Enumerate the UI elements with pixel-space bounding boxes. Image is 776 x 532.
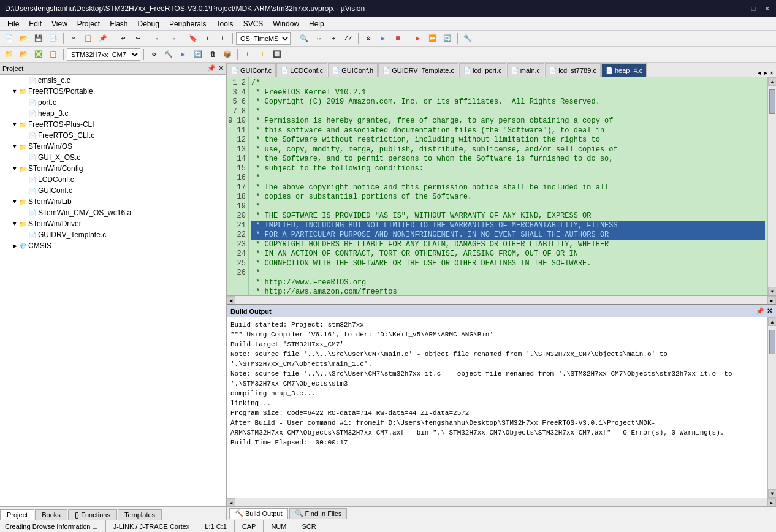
tb-replace[interactable]: ↔ xyxy=(312,32,325,45)
target-combo[interactable]: STM32H7xx_CM7 xyxy=(67,48,140,61)
tb-open-proj[interactable]: 📂 xyxy=(17,48,31,61)
menu-flash[interactable]: Flash xyxy=(105,18,132,29)
tree-toggle[interactable]: ▶ xyxy=(11,242,18,249)
tree-item-stemwin-os[interactable]: ▼ 📁 STemWin/OS xyxy=(0,141,226,152)
hscroll-right[interactable]: ▶ xyxy=(767,296,776,304)
tree-item-port-c[interactable]: 📄 port.c xyxy=(0,97,226,108)
menu-file[interactable]: File xyxy=(2,18,24,29)
scroll-thumb[interactable] xyxy=(769,89,775,114)
project-close-icon[interactable]: ✕ xyxy=(218,64,224,72)
close-button[interactable]: ✕ xyxy=(763,4,771,13)
tb-rebuild[interactable]: ⏹ xyxy=(391,32,405,45)
menu-debug[interactable]: Debug xyxy=(133,18,164,29)
editor-hscroll[interactable]: ◀ ▶ xyxy=(227,295,776,304)
out-tab-build[interactable]: 🔨 Build Output xyxy=(229,508,288,519)
tree-toggle[interactable]: ▼ xyxy=(11,88,18,95)
tb-build2[interactable]: ▶ xyxy=(177,48,190,61)
tree-item-gui-x-os[interactable]: 📄 GUI_X_OS.c xyxy=(0,152,226,163)
menu-help[interactable]: Help xyxy=(304,18,329,29)
tb-cut[interactable]: ✂ xyxy=(67,32,80,45)
tb-back[interactable]: ← xyxy=(151,32,165,45)
tree-item-freertos-plus-cli[interactable]: ▼ 📁 FreeRTOS-Plus-CLI xyxy=(0,119,226,130)
project-pin-icon[interactable]: 📌 xyxy=(207,64,216,72)
build-output-close[interactable]: ✕ xyxy=(767,307,772,315)
tb-copy[interactable]: 📋 xyxy=(82,32,95,45)
tb-target-options[interactable]: ⚙ xyxy=(362,32,375,45)
tb-indent[interactable]: ⇥ xyxy=(327,32,340,45)
tab-lcd-st7789[interactable]: 📄 lcd_st7789.c xyxy=(545,63,601,77)
tree-toggle[interactable] xyxy=(21,77,28,84)
tab-books[interactable]: Books xyxy=(35,509,67,520)
editor-vscroll[interactable]: ▲ ▼ xyxy=(767,77,776,295)
tab-scroll-left[interactable]: ◀ xyxy=(758,69,761,77)
tree-item-freertos-portable[interactable]: ▼ 📁 FreeRTOS/Portable xyxy=(0,86,226,97)
tb-erase[interactable]: 🔲 xyxy=(270,48,284,61)
tb-manage[interactable]: 📋 xyxy=(47,48,60,61)
menu-edit[interactable]: Edit xyxy=(24,18,47,29)
tb-build[interactable]: ▶ xyxy=(376,32,390,45)
tree-item-stemwin-wc16[interactable]: 📄 STemWin_CM7_OS_wc16.a xyxy=(0,207,226,218)
tree-toggle[interactable] xyxy=(21,209,28,216)
tab-lcdconf-c[interactable]: 📄 LCDConf.c xyxy=(276,63,327,77)
tree-toggle[interactable] xyxy=(21,176,28,183)
tb-prevbookmark[interactable]: ⬆ xyxy=(201,32,215,45)
scroll-up[interactable]: ▲ xyxy=(768,77,776,86)
tb-redo[interactable]: ↪ xyxy=(131,32,145,45)
tree-toggle[interactable] xyxy=(21,187,28,194)
tree-toggle[interactable] xyxy=(21,231,28,238)
tb-new[interactable]: 📄 xyxy=(2,32,16,45)
tb-debug-step[interactable]: ⏩ xyxy=(426,32,439,45)
tb-comp-btn[interactable]: 🔨 xyxy=(162,48,175,61)
tree-item-lcdconf[interactable]: 📄 LCDConf.c xyxy=(0,174,226,185)
tb-bookmark[interactable]: 🔖 xyxy=(186,32,200,45)
out-tab-find[interactable]: 🔍 Find In Files xyxy=(289,508,348,519)
tb-close-proj[interactable]: ❎ xyxy=(32,48,45,61)
tree-item-stemwin-lib[interactable]: ▼ 📁 STemWin/Lib xyxy=(0,196,226,207)
tree-item-stemwin-config[interactable]: ▼ 📁 STemWin/Config xyxy=(0,163,226,174)
tree-toggle[interactable] xyxy=(21,110,28,117)
menu-window[interactable]: Window xyxy=(268,18,304,29)
scroll-down-build[interactable]: ▼ xyxy=(768,489,776,498)
tb-saveall[interactable]: 📑 xyxy=(47,32,60,45)
tree-toggle[interactable] xyxy=(21,99,28,106)
build-hscroll-right[interactable]: ▶ xyxy=(767,498,776,507)
tab-lcd-port[interactable]: 📄 lcd_port.c xyxy=(459,63,506,77)
hscroll-left[interactable]: ◀ xyxy=(227,296,235,304)
tree-toggle[interactable]: ▼ xyxy=(11,165,18,172)
tb-target-settings[interactable]: ⚙ xyxy=(147,48,161,61)
tab-main-c[interactable]: 📄 main.c xyxy=(507,63,544,77)
tree-toggle[interactable]: ▼ xyxy=(11,198,18,205)
tb-paste[interactable]: 📌 xyxy=(96,32,110,45)
tree-toggle[interactable]: ▼ xyxy=(11,143,18,150)
tab-heap-4c[interactable]: 📄 heap_4.c xyxy=(601,63,647,77)
tree-toggle[interactable] xyxy=(21,132,28,139)
tree-item-cmsis[interactable]: ▶ 💎 CMSIS xyxy=(0,240,226,251)
scroll-thumb-build[interactable] xyxy=(769,330,775,354)
menu-project[interactable]: Project xyxy=(72,18,105,29)
build-output-vscroll[interactable]: ▲ ▼ xyxy=(767,317,776,498)
tree-toggle[interactable] xyxy=(21,154,28,161)
tb-reset[interactable]: 🔄 xyxy=(441,32,454,45)
tb-debug-start[interactable]: ▶ xyxy=(411,32,425,45)
tree-item-heap3[interactable]: 📄 heap_3.c xyxy=(0,108,226,119)
tb-undo[interactable]: ↩ xyxy=(116,32,130,45)
scroll-up-build[interactable]: ▲ xyxy=(768,317,776,326)
tree-item-cmsis-c[interactable]: 📄 cmsis_c.c xyxy=(0,75,226,86)
build-output-pin[interactable]: 📌 xyxy=(756,307,764,315)
tb-new-proj[interactable]: 📁 xyxy=(2,48,16,61)
tb-rebuild2[interactable]: 🔄 xyxy=(191,48,205,61)
menu-peripherals[interactable]: Peripherals xyxy=(164,18,211,29)
tb-comment[interactable]: // xyxy=(341,32,355,45)
tb-download[interactable]: ⬇ xyxy=(241,48,254,61)
scroll-down[interactable]: ▼ xyxy=(768,287,776,295)
maximize-button[interactable]: □ xyxy=(749,4,758,13)
menu-tools[interactable]: Tools xyxy=(211,18,238,29)
tb-forward[interactable]: → xyxy=(166,32,180,45)
tree-toggle[interactable]: ▼ xyxy=(11,220,18,227)
tree-item-freertos-cli[interactable]: 📄 FreeRTOS_CLI.c xyxy=(0,130,226,141)
menu-svcs[interactable]: SVCS xyxy=(238,18,268,29)
tb-clean[interactable]: 🗑 xyxy=(206,48,219,61)
build-hscroll-left[interactable]: ◀ xyxy=(227,498,235,507)
tree-item-stemwin-driver[interactable]: ▼ 📁 STemWin/Driver xyxy=(0,218,226,229)
tab-scroll-right[interactable]: ▶ xyxy=(764,69,767,77)
